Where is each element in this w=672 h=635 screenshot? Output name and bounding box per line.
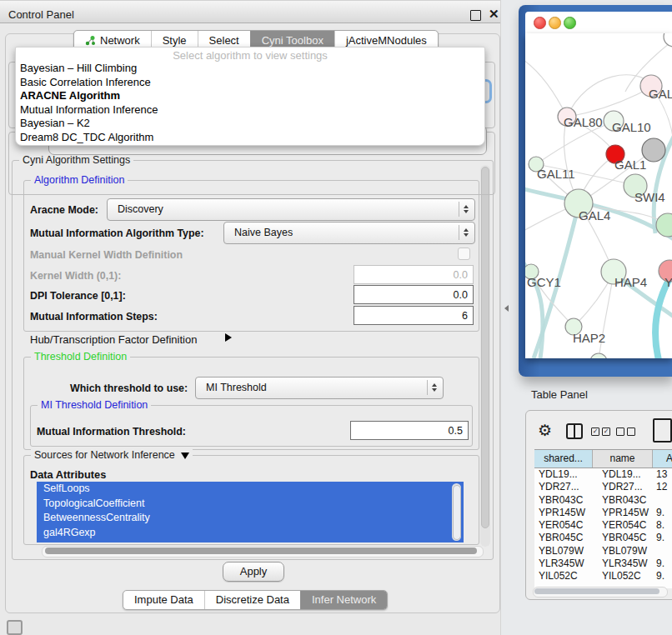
gear-icon[interactable]: ⚙ <box>538 421 552 440</box>
dpi-tolerance-input[interactable] <box>354 285 474 304</box>
settings-scrollbar-thumb[interactable] <box>481 167 489 528</box>
manual-kernel-label: Manual Kernel Width Definition <box>30 249 183 261</box>
close-icon[interactable]: ✕ <box>489 7 499 22</box>
algorithm-dropdown-list: Bayesian – Hill ClimbingBasic Correlatio… <box>16 62 484 145</box>
tab-impute-data[interactable]: Impute Data <box>123 591 204 609</box>
algorithm-option[interactable]: Bayesian – Hill Climbing <box>16 62 484 76</box>
sources-title-text: Sources for Network Inference <box>34 449 175 461</box>
table-cell: YIL052C <box>593 570 653 582</box>
table-cell: 12 <box>653 481 672 493</box>
algorithm-option[interactable]: Dream8 DC_TDC Algorithm <box>16 131 484 145</box>
dock-mini-icon[interactable] <box>7 620 23 635</box>
node-table: shared...nameA YDL19...YDL19...13YDR27..… <box>534 449 672 588</box>
table-cell: YDR27... <box>593 481 653 493</box>
checkbox-unchecked-icon <box>627 428 635 436</box>
node-label: GAL10 <box>612 120 651 134</box>
which-threshold-value: MI Threshold <box>206 378 267 398</box>
algorithm-dropdown-prompt: Select algorithm to view settings <box>16 49 484 62</box>
column-header[interactable]: shared... <box>534 450 593 468</box>
dpi-tolerance-label: DPI Tolerance [0,1]: <box>30 290 126 302</box>
table-cell: 8. <box>653 519 672 532</box>
collapse-down-icon[interactable] <box>181 452 189 459</box>
table-cell: YER054C <box>534 519 593 532</box>
table-cell <box>653 545 672 558</box>
sources-group-title[interactable]: Sources for Network Inference <box>31 449 193 461</box>
table-row[interactable]: YPR145WYPR145W9. <box>534 507 672 519</box>
checkbox-checked-icon: ✓ <box>602 428 610 436</box>
table-row[interactable]: YER054CYER054C8. <box>534 519 672 532</box>
table-cell: YBR043C <box>534 494 593 507</box>
document-icon[interactable] <box>653 418 672 442</box>
stepper-arrows-icon <box>459 202 472 217</box>
table-row[interactable]: YDL19...YDL19...13 <box>534 468 672 481</box>
table-row[interactable]: YBR045CYBR045C9. <box>534 532 672 544</box>
tab-label: Impute Data <box>134 591 193 609</box>
table-cell: 9. <box>653 532 672 544</box>
attribute-item[interactable]: SelfLoops <box>37 482 464 497</box>
network-node[interactable] <box>656 213 672 237</box>
attribute-item[interactable]: gal4RGexp <box>37 526 464 541</box>
network-node[interactable] <box>590 353 607 358</box>
table-cell: YIL052C <box>534 570 593 582</box>
algorithm-option[interactable]: Mutual Information Inference <box>16 103 484 118</box>
column-header[interactable]: A <box>653 450 672 468</box>
aracne-mode-value: Discovery <box>118 199 163 219</box>
mi-threshold-input[interactable] <box>350 421 469 440</box>
table-cell: 9. <box>653 558 672 570</box>
network-window-titlebar[interactable] <box>525 12 672 33</box>
aracne-mode-label: Aracne Mode: <box>30 204 98 216</box>
tab-discretize-data[interactable]: Discretize Data <box>204 591 300 609</box>
float-button[interactable] <box>470 10 481 21</box>
hub-section-label[interactable]: Hub/Transcription Factor Definition <box>30 333 197 346</box>
algorithm-option[interactable]: ARACNE Algorithm <box>16 89 484 103</box>
table-hscrollbar-thumb[interactable] <box>534 588 659 594</box>
table-panel: ⚙ ✓ ✓ shared...nameA YDL19...YDL19...13Y… <box>525 410 672 600</box>
data-attributes-list: SelfLoopsTopologicalCoefficientBetweenne… <box>37 482 464 542</box>
mi-type-value: Naive Bayes <box>234 222 293 242</box>
algorithm-option[interactable]: Bayesian – K2 <box>16 117 484 131</box>
network-canvas[interactable]: GALGAL80GAL10GAL1GAL11SWI4GAL4GCY1HAP4YH… <box>525 33 672 358</box>
splitter-collapse-icon[interactable] <box>504 305 509 312</box>
table-cell: YPR145W <box>593 507 653 519</box>
checked-pair-icon[interactable]: ✓ ✓ <box>591 428 610 436</box>
apply-button[interactable]: Apply <box>223 562 284 582</box>
tab-label: Discretize Data <box>216 591 289 609</box>
minimize-button[interactable] <box>549 17 561 29</box>
control-panel-title: Control Panel <box>8 8 74 21</box>
mi-steps-input[interactable] <box>354 306 474 325</box>
node-label: GAL <box>649 87 672 101</box>
network-graph: GALGAL80GAL10GAL1GAL11SWI4GAL4GCY1HAP4YH… <box>525 33 672 358</box>
unchecked-pair-icon[interactable] <box>616 428 635 436</box>
table-cell: YLR345W <box>593 558 653 570</box>
settings-hscrollbar-thumb[interactable] <box>45 548 477 554</box>
table-cell: 9. <box>653 570 672 582</box>
table-row[interactable]: YLR345WYLR345W9. <box>534 558 672 570</box>
close-button[interactable] <box>534 17 546 29</box>
aracne-mode-combo[interactable]: Discovery <box>107 198 475 221</box>
attribute-item[interactable]: TopologicalCoefficient <box>37 497 464 512</box>
network-icon <box>85 35 96 46</box>
table-cell: YBR043C <box>593 494 653 507</box>
threshold-definition-title: Threshold Definition <box>31 351 130 362</box>
zoom-button[interactable] <box>564 17 576 29</box>
attribute-item[interactable]: BetweennessCentrality <box>37 511 464 526</box>
expand-right-icon[interactable] <box>225 333 232 342</box>
tab-infer-network[interactable]: Infer Network <box>300 591 387 609</box>
node-label: GAL11 <box>537 167 575 181</box>
table-cell: 13 <box>653 468 672 481</box>
which-threshold-combo[interactable]: MI Threshold <box>195 377 444 399</box>
mi-type-combo[interactable]: Naive Bayes <box>223 222 475 244</box>
table-cell: YDL19... <box>534 468 593 481</box>
tab-label: Infer Network <box>312 591 376 609</box>
column-header[interactable]: name <box>593 450 653 468</box>
table-body: YDL19...YDL19...13YDR27...YDR27...12YBR0… <box>534 468 672 588</box>
column-split-icon[interactable] <box>566 423 583 439</box>
table-row[interactable]: YDR27...YDR27...12 <box>534 481 672 493</box>
table-row[interactable]: YIL052CYIL052C9. <box>534 570 672 582</box>
table-row[interactable]: YBR043CYBR043C <box>534 494 672 507</box>
control-panel-bottom-tabs: Impute DataDiscretize DataInfer Network <box>123 590 388 610</box>
attributes-scrollbar-thumb[interactable] <box>453 485 461 540</box>
table-row[interactable]: YBL079WYBL079W <box>534 545 672 558</box>
algorithm-option[interactable]: Basic Correlation Inference <box>16 76 484 90</box>
network-node[interactable] <box>664 33 672 47</box>
